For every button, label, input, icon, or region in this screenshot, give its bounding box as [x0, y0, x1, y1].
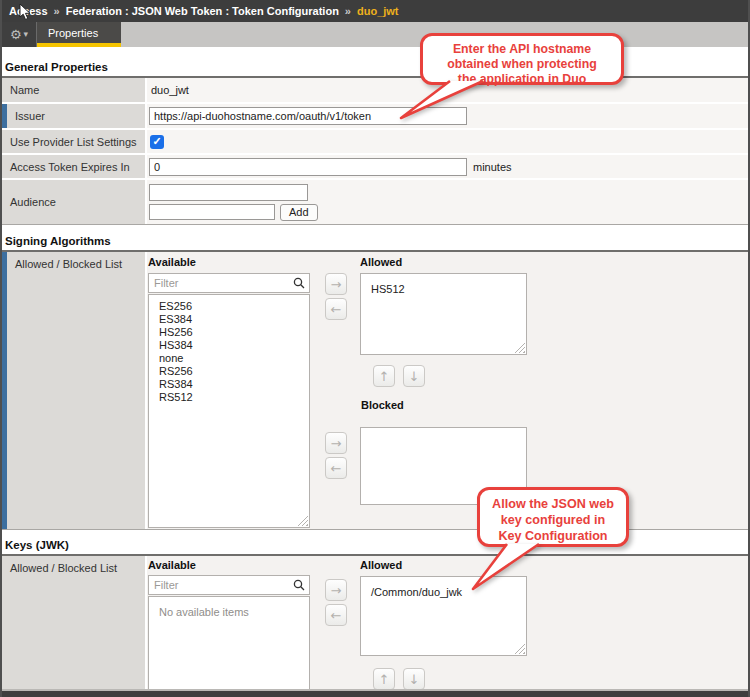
- name-value: duo_jwt: [149, 84, 189, 96]
- keys-available-title: Available: [148, 559, 310, 571]
- search-icon: [293, 277, 305, 289]
- callout-jwk-tail: [462, 543, 552, 593]
- use-provider-label: Use Provider List Settings: [2, 130, 147, 153]
- audience-listbox[interactable]: [149, 184, 308, 201]
- signing-allowed-move-down-button[interactable]: ↓: [403, 365, 425, 387]
- resize-handle[interactable]: [514, 342, 525, 353]
- keys-available-listbox[interactable]: No available items: [148, 596, 310, 695]
- signing-available-title: Available: [148, 256, 310, 268]
- gear-icon: ⚙: [10, 28, 22, 41]
- list-item[interactable]: RS384: [149, 378, 309, 391]
- keys-remove-from-allowed-button[interactable]: ←: [325, 604, 347, 626]
- callout-jwk: Allow the JSON web key configured in Key…: [477, 487, 629, 547]
- keys-jwk-title: Keys (JWK): [2, 539, 748, 551]
- callout-jwk-line: Key Configuration: [480, 528, 626, 544]
- list-item[interactable]: RS512: [149, 391, 309, 404]
- callout-jwk-line: key configured in: [480, 512, 626, 528]
- signing-available-listbox[interactable]: ES256ES384HS256HS384noneRS256RS384RS512: [148, 294, 310, 528]
- check-icon: ✓: [152, 136, 161, 147]
- issuer-label: Issuer: [2, 104, 147, 128]
- row-access-token-expires: Access Token Expires In minutes: [2, 155, 748, 180]
- list-item[interactable]: HS256: [149, 326, 309, 339]
- arrow-right-icon: →: [331, 584, 342, 597]
- arrow-down-icon: ↓: [409, 673, 420, 686]
- keys-row-label: Allowed / Blocked List: [2, 556, 147, 689]
- row-name: Name duo_jwt: [2, 78, 748, 104]
- signing-filter-input[interactable]: [148, 273, 310, 293]
- resize-handle[interactable]: [297, 515, 308, 526]
- callout-issuer-tail: [392, 80, 502, 122]
- resize-handle[interactable]: [514, 643, 525, 654]
- keys-dual-list-area: Available No available items → ← Allowed: [147, 556, 748, 689]
- page: Access » Federation : JSON Web Token : T…: [0, 0, 750, 697]
- keys-allowed-blocked-row: Allowed / Blocked List Available No avai…: [2, 556, 748, 689]
- arrow-up-icon: ↑: [379, 370, 390, 383]
- signing-remove-from-allowed-button[interactable]: ←: [325, 298, 347, 320]
- list-item[interactable]: none: [149, 352, 309, 365]
- callout-issuer-line: obtained when protecting: [423, 57, 621, 72]
- arrow-left-icon: ←: [331, 609, 342, 622]
- signing-allowed-blocked-row: Allowed / Blocked List Available ES256ES…: [2, 252, 748, 530]
- tab-strip: ⚙ ▾ Properties: [2, 22, 748, 47]
- signing-allowed-listbox[interactable]: HS512: [360, 273, 527, 355]
- breadcrumb-current: duo_jwt: [357, 5, 399, 17]
- list-item[interactable]: HS384: [149, 339, 309, 352]
- breadcrumb: Access » Federation : JSON Web Token : T…: [2, 0, 748, 22]
- row-issuer: Issuer: [2, 104, 748, 130]
- general-properties-title: General Properties: [2, 61, 748, 73]
- audience-add-button[interactable]: Add: [280, 204, 318, 221]
- list-item[interactable]: ES384: [149, 313, 309, 326]
- signing-move-to-allowed-button[interactable]: →: [325, 273, 347, 295]
- keys-filter-input[interactable]: [148, 575, 310, 595]
- arrow-right-icon: →: [331, 437, 342, 450]
- callout-issuer-line: Enter the API hostname: [423, 42, 621, 57]
- breadcrumb-separator: »: [345, 5, 351, 17]
- keys-empty-text: No available items: [149, 597, 309, 618]
- signing-blocked-title: Blocked: [361, 399, 404, 411]
- arrow-left-icon: ←: [331, 303, 342, 316]
- arrow-left-icon: ←: [331, 462, 342, 475]
- callout-jwk-line: Allow the JSON web: [480, 496, 626, 512]
- audience-label: Audience: [2, 180, 147, 224]
- expires-unit: minutes: [473, 161, 512, 173]
- list-item[interactable]: ES256: [149, 300, 309, 313]
- signing-algorithms-title: Signing Algorithms: [2, 235, 748, 247]
- breadcrumb-path: Federation : JSON Web Token : Token Conf…: [66, 5, 339, 17]
- mouse-cursor-icon: [19, 3, 32, 21]
- bottom-bar: [2, 689, 748, 697]
- search-icon: [293, 579, 305, 591]
- list-item[interactable]: HS512: [361, 283, 526, 296]
- keys-allowed-move-down-button[interactable]: ↓: [403, 668, 425, 690]
- signing-allowed-move-up-button[interactable]: ↑: [373, 365, 395, 387]
- signing-row-label: Allowed / Blocked List: [2, 252, 147, 529]
- expires-input[interactable]: [149, 158, 467, 176]
- chevron-down-icon: ▾: [24, 30, 29, 39]
- settings-menu-button[interactable]: ⚙ ▾: [2, 22, 37, 47]
- list-item[interactable]: RS256: [149, 365, 309, 378]
- callout-issuer: Enter the API hostname obtained when pro…: [420, 33, 624, 85]
- breadcrumb-separator: »: [54, 5, 60, 17]
- signing-dual-list-area: Available ES256ES384HS256HS384noneRS256R…: [147, 252, 748, 529]
- audience-input[interactable]: [149, 204, 275, 220]
- arrow-down-icon: ↓: [409, 370, 420, 383]
- tab-properties[interactable]: Properties: [37, 22, 121, 47]
- use-provider-checkbox[interactable]: ✓: [150, 135, 164, 149]
- expires-label: Access Token Expires In: [2, 155, 147, 178]
- row-audience: Audience Add: [2, 180, 748, 225]
- row-use-provider-list: Use Provider List Settings ✓: [2, 130, 748, 155]
- signing-allowed-title: Allowed: [360, 256, 527, 268]
- arrow-up-icon: ↑: [379, 673, 390, 686]
- signing-move-to-blocked-button[interactable]: →: [325, 432, 347, 454]
- signing-remove-from-blocked-button[interactable]: ←: [325, 457, 347, 479]
- name-label: Name: [2, 78, 147, 102]
- keys-move-to-allowed-button[interactable]: →: [325, 579, 347, 601]
- arrow-right-icon: →: [331, 278, 342, 291]
- keys-allowed-move-up-button[interactable]: ↑: [373, 668, 395, 690]
